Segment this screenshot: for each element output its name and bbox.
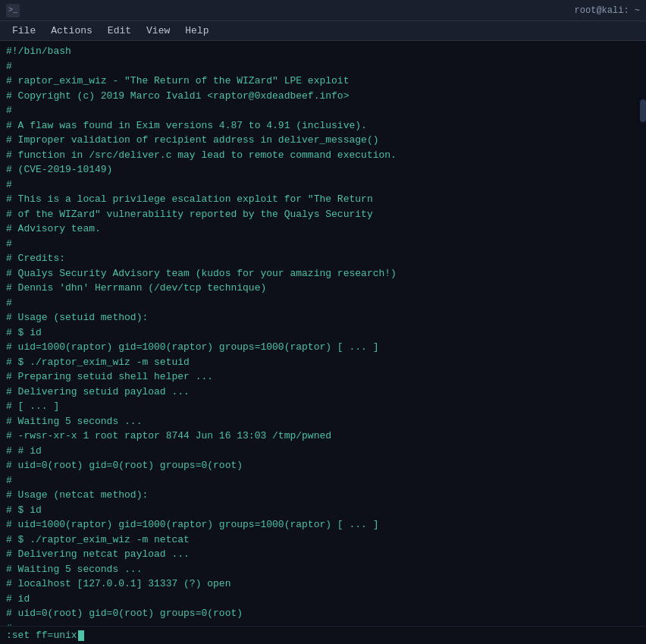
code-line: # uid=0(root) gid=0(root) groups=0(root)	[6, 606, 631, 621]
code-line: # uid=0(root) gid=0(root) groups=0(root)	[6, 458, 631, 473]
code-line: # Dennis 'dhn' Herrmann (/dev/tcp techni…	[6, 281, 631, 296]
cursor-block	[78, 630, 84, 641]
code-line: # Usage (setuid method):	[6, 310, 631, 325]
code-line: # $ id	[6, 503, 631, 518]
terminal-icon: >_	[6, 4, 20, 17]
menu-actions[interactable]: Actions	[45, 24, 99, 38]
code-line: #!/bin/bash	[6, 44, 631, 59]
code-line: # # id	[6, 444, 631, 459]
code-line: #	[6, 177, 631, 193]
menu-edit[interactable]: Edit	[102, 24, 137, 38]
code-line: #	[6, 296, 631, 311]
code-line: # $ ./raptor_exim_wiz -m setuid	[6, 355, 631, 370]
code-content: #!/bin/bash## raptor_exim_wiz - "The Ret…	[0, 44, 637, 626]
title-bar-left: >_	[6, 4, 20, 17]
code-line: # Credits:	[6, 251, 631, 266]
code-line: # Copyright (c) 2019 Marco Ivaldi <rapto…	[6, 89, 631, 104]
code-line: # -rwsr-xr-x 1 root raptor 8744 Jun 16 1…	[6, 429, 631, 444]
code-line: #	[6, 59, 631, 74]
menu-file[interactable]: File	[6, 24, 42, 38]
code-line: # Qualys Security Advisory team (kudos f…	[6, 266, 631, 281]
scrollbar-thumb	[640, 99, 646, 122]
menu-help[interactable]: Help	[179, 24, 215, 38]
code-line: # Delivering setuid payload ...	[6, 385, 631, 400]
code-line: # Waiting 5 seconds ...	[6, 562, 631, 577]
main-area: #!/bin/bash## raptor_exim_wiz - "The Ret…	[0, 41, 646, 626]
code-line: # uid=1000(raptor) gid=1000(raptor) grou…	[6, 517, 631, 532]
code-line: # Preparing setuid shell helper ...	[6, 369, 631, 385]
code-line: # uid=1000(raptor) gid=1000(raptor) grou…	[6, 340, 631, 355]
right-panel	[637, 41, 646, 626]
code-line: # (CVE-2019-10149)	[6, 162, 631, 177]
menu-view[interactable]: View	[140, 24, 176, 38]
command-text: :set ff=unix	[6, 630, 77, 641]
code-line: # Improper validation of recipient addre…	[6, 133, 631, 148]
editor-area[interactable]: #!/bin/bash## raptor_exim_wiz - "The Ret…	[0, 41, 637, 626]
code-line: #	[6, 237, 631, 252]
code-line: # Delivering netcat payload ...	[6, 547, 631, 562]
code-line: # of the WIZard" vulnerability reported …	[6, 207, 631, 222]
code-line: # localhost [127.0.0.1] 31337 (?) open	[6, 576, 631, 592]
code-line: # [ ... ]	[6, 399, 631, 414]
code-line: #	[6, 473, 631, 488]
code-line: # Waiting 5 seconds ...	[6, 414, 631, 429]
window-title: root@kali: ~	[575, 5, 640, 16]
code-line: # Advisory team.	[6, 221, 631, 237]
code-line: # function in /src/deliver.c may lead to…	[6, 148, 631, 163]
code-line: # id	[6, 592, 631, 607]
title-bar: >_ root@kali: ~	[0, 0, 646, 21]
code-line: #	[6, 103, 631, 118]
menu-bar: File Actions Edit View Help	[0, 21, 646, 41]
code-line: # Usage (netcat method):	[6, 488, 631, 503]
command-input-line: :set ff=unix	[0, 626, 646, 644]
code-line: # This is a local privilege escalation e…	[6, 192, 631, 207]
code-line: #	[6, 621, 631, 627]
code-line: # $ id	[6, 325, 631, 341]
code-line: # $ ./raptor_exim_wiz -m netcat	[6, 532, 631, 548]
code-line: # raptor_exim_wiz - "The Return of the W…	[6, 74, 631, 89]
code-line: # A flaw was found in Exim versions 4.87…	[6, 118, 631, 134]
